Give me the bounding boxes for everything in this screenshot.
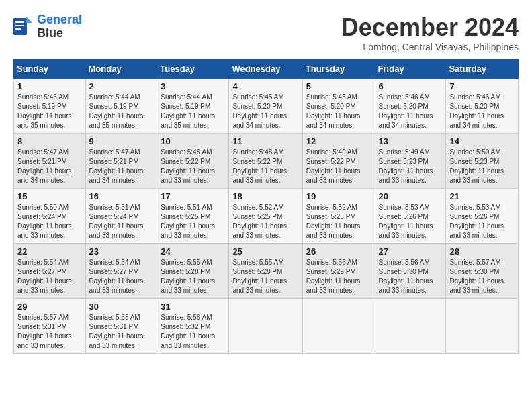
day-number: 30: [89, 302, 154, 312]
table-cell: 29 Sunrise: 5:57 AM Sunset: 5:31 PM Dayl…: [14, 299, 86, 354]
col-wednesday: Wednesday: [229, 60, 302, 79]
day-number: 20: [379, 191, 443, 201]
table-cell: [302, 299, 375, 354]
table-cell: 25 Sunrise: 5:55 AM Sunset: 5:28 PM Dayl…: [229, 244, 302, 299]
svg-rect-3: [15, 25, 24, 26]
page-header: General Blue December 2024 Lombog, Centr…: [13, 13, 519, 52]
svg-rect-4: [15, 28, 21, 30]
day-info: Sunrise: 5:55 AM Sunset: 5:28 PM Dayligh…: [161, 258, 225, 295]
table-cell: 24 Sunrise: 5:55 AM Sunset: 5:28 PM Dayl…: [157, 244, 229, 299]
table-cell: 16 Sunrise: 5:51 AM Sunset: 5:24 PM Dayl…: [85, 189, 157, 244]
day-number: 23: [89, 246, 154, 257]
table-cell: 12 Sunrise: 5:49 AM Sunset: 5:22 PM Dayl…: [302, 134, 375, 189]
day-info: Sunrise: 5:47 AM Sunset: 5:21 PM Dayligh…: [89, 148, 154, 185]
day-number: 10: [161, 136, 225, 146]
month-title: December 2024: [341, 13, 519, 42]
day-number: 8: [17, 136, 82, 146]
day-info: Sunrise: 5:52 AM Sunset: 5:25 PM Dayligh…: [232, 203, 298, 240]
day-number: 13: [379, 136, 443, 146]
col-sunday: Sunday: [14, 60, 86, 79]
day-info: Sunrise: 5:47 AM Sunset: 5:21 PM Dayligh…: [17, 148, 82, 185]
day-number: 12: [306, 136, 371, 146]
table-cell: 8 Sunrise: 5:47 AM Sunset: 5:21 PM Dayli…: [14, 134, 86, 189]
day-number: 24: [161, 246, 225, 257]
day-number: 4: [232, 81, 298, 91]
day-info: Sunrise: 5:52 AM Sunset: 5:25 PM Dayligh…: [306, 203, 371, 240]
table-cell: 7 Sunrise: 5:46 AM Sunset: 5:20 PM Dayli…: [446, 79, 519, 134]
col-saturday: Saturday: [446, 60, 519, 79]
day-info: Sunrise: 5:44 AM Sunset: 5:19 PM Dayligh…: [89, 93, 154, 130]
day-info: Sunrise: 5:58 AM Sunset: 5:32 PM Dayligh…: [161, 313, 225, 351]
day-number: 17: [161, 191, 225, 201]
day-number: 29: [17, 302, 82, 312]
table-row: 22 Sunrise: 5:54 AM Sunset: 5:27 PM Dayl…: [14, 244, 519, 299]
day-info: Sunrise: 5:43 AM Sunset: 5:19 PM Dayligh…: [17, 93, 82, 130]
header-row: Sunday Monday Tuesday Wednesday Thursday…: [14, 60, 519, 79]
location: Lombog, Central Visayas, Philippines: [341, 42, 519, 52]
table-cell: 26 Sunrise: 5:56 AM Sunset: 5:29 PM Dayl…: [302, 244, 375, 299]
svg-marker-1: [26, 16, 32, 23]
day-info: Sunrise: 5:46 AM Sunset: 5:20 PM Dayligh…: [379, 93, 443, 130]
day-info: Sunrise: 5:57 AM Sunset: 5:30 PM Dayligh…: [449, 258, 515, 295]
table-cell: 22 Sunrise: 5:54 AM Sunset: 5:27 PM Dayl…: [14, 244, 86, 299]
day-info: Sunrise: 5:51 AM Sunset: 5:25 PM Dayligh…: [161, 203, 225, 240]
day-info: Sunrise: 5:55 AM Sunset: 5:28 PM Dayligh…: [232, 258, 298, 295]
day-info: Sunrise: 5:56 AM Sunset: 5:30 PM Dayligh…: [379, 258, 443, 295]
table-cell: 11 Sunrise: 5:48 AM Sunset: 5:22 PM Dayl…: [229, 134, 302, 189]
table-cell: 20 Sunrise: 5:53 AM Sunset: 5:26 PM Dayl…: [375, 189, 446, 244]
day-info: Sunrise: 5:44 AM Sunset: 5:19 PM Dayligh…: [161, 93, 225, 130]
day-info: Sunrise: 5:56 AM Sunset: 5:29 PM Dayligh…: [306, 258, 371, 295]
table-row: 29 Sunrise: 5:57 AM Sunset: 5:31 PM Dayl…: [14, 299, 519, 354]
day-info: Sunrise: 5:49 AM Sunset: 5:22 PM Dayligh…: [306, 148, 371, 185]
day-number: 25: [232, 246, 298, 257]
logo-icon: [13, 15, 34, 38]
table-cell: 9 Sunrise: 5:47 AM Sunset: 5:21 PM Dayli…: [85, 134, 157, 189]
table-cell: 17 Sunrise: 5:51 AM Sunset: 5:25 PM Dayl…: [157, 189, 229, 244]
table-cell: 15 Sunrise: 5:50 AM Sunset: 5:24 PM Dayl…: [14, 189, 86, 244]
table-cell: 10 Sunrise: 5:48 AM Sunset: 5:22 PM Dayl…: [157, 134, 229, 189]
table-cell: 4 Sunrise: 5:45 AM Sunset: 5:20 PM Dayli…: [229, 79, 302, 134]
day-number: 2: [89, 81, 154, 91]
col-tuesday: Tuesday: [157, 60, 229, 79]
table-cell: [446, 299, 519, 354]
table-row: 8 Sunrise: 5:47 AM Sunset: 5:21 PM Dayli…: [14, 134, 519, 189]
table-cell: 6 Sunrise: 5:46 AM Sunset: 5:20 PM Dayli…: [375, 79, 446, 134]
table-cell: 31 Sunrise: 5:58 AM Sunset: 5:32 PM Dayl…: [157, 299, 229, 354]
day-info: Sunrise: 5:45 AM Sunset: 5:20 PM Dayligh…: [232, 93, 298, 130]
day-number: 9: [89, 136, 154, 146]
table-cell: 28 Sunrise: 5:57 AM Sunset: 5:30 PM Dayl…: [446, 244, 519, 299]
table-cell: 14 Sunrise: 5:50 AM Sunset: 5:23 PM Dayl…: [446, 134, 519, 189]
day-number: 11: [232, 136, 298, 146]
calendar-table: Sunday Monday Tuesday Wednesday Thursday…: [13, 59, 519, 354]
logo: General Blue: [13, 13, 82, 40]
day-number: 27: [379, 246, 443, 257]
day-number: 19: [306, 191, 371, 201]
day-number: 22: [17, 246, 82, 257]
day-info: Sunrise: 5:57 AM Sunset: 5:31 PM Dayligh…: [17, 313, 82, 351]
table-cell: 1 Sunrise: 5:43 AM Sunset: 5:19 PM Dayli…: [14, 79, 86, 134]
day-info: Sunrise: 5:54 AM Sunset: 5:27 PM Dayligh…: [89, 258, 154, 295]
svg-rect-2: [15, 21, 24, 23]
day-number: 31: [161, 302, 225, 312]
table-cell: [375, 299, 446, 354]
table-cell: 27 Sunrise: 5:56 AM Sunset: 5:30 PM Dayl…: [375, 244, 446, 299]
day-info: Sunrise: 5:48 AM Sunset: 5:22 PM Dayligh…: [161, 148, 225, 185]
day-info: Sunrise: 5:46 AM Sunset: 5:20 PM Dayligh…: [449, 93, 515, 130]
day-number: 14: [449, 136, 515, 146]
day-info: Sunrise: 5:58 AM Sunset: 5:31 PM Dayligh…: [89, 313, 154, 351]
day-number: 5: [306, 81, 371, 91]
day-info: Sunrise: 5:53 AM Sunset: 5:26 PM Dayligh…: [449, 203, 515, 240]
table-cell: 19 Sunrise: 5:52 AM Sunset: 5:25 PM Dayl…: [302, 189, 375, 244]
day-info: Sunrise: 5:53 AM Sunset: 5:26 PM Dayligh…: [379, 203, 443, 240]
day-info: Sunrise: 5:49 AM Sunset: 5:23 PM Dayligh…: [379, 148, 443, 185]
day-number: 3: [161, 81, 225, 91]
day-info: Sunrise: 5:45 AM Sunset: 5:20 PM Dayligh…: [306, 93, 371, 130]
table-cell: 21 Sunrise: 5:53 AM Sunset: 5:26 PM Dayl…: [446, 189, 519, 244]
day-number: 16: [89, 191, 154, 201]
table-cell: 23 Sunrise: 5:54 AM Sunset: 5:27 PM Dayl…: [85, 244, 157, 299]
day-number: 21: [449, 191, 515, 201]
table-cell: 3 Sunrise: 5:44 AM Sunset: 5:19 PM Dayli…: [157, 79, 229, 134]
table-cell: 2 Sunrise: 5:44 AM Sunset: 5:19 PM Dayli…: [85, 79, 157, 134]
table-cell: 13 Sunrise: 5:49 AM Sunset: 5:23 PM Dayl…: [375, 134, 446, 189]
table-cell: 18 Sunrise: 5:52 AM Sunset: 5:25 PM Dayl…: [229, 189, 302, 244]
